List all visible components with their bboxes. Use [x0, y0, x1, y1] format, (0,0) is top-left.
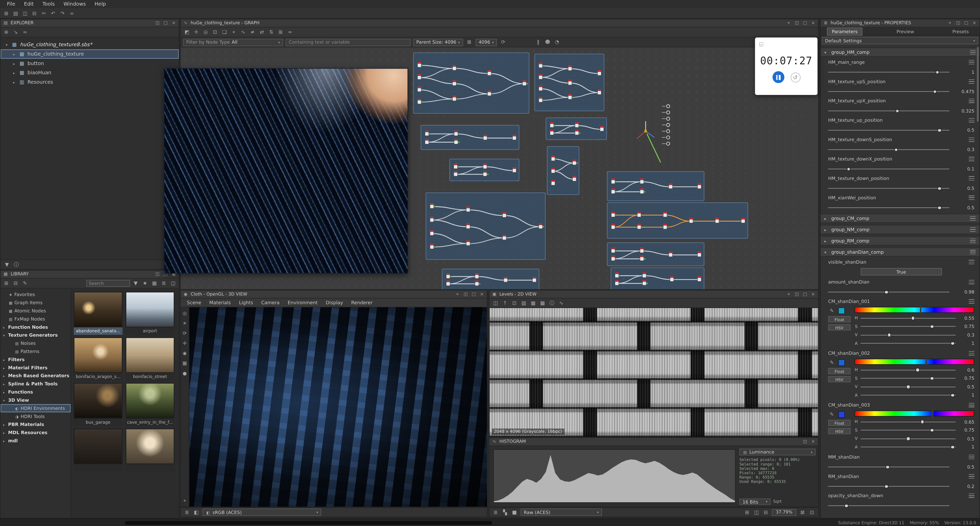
pan-icon[interactable]: ✛	[181, 340, 188, 347]
dock-icon[interactable]: ◫	[955, 20, 961, 26]
library-thumbnail[interactable]: bus_garage	[74, 383, 123, 426]
dock-icon[interactable]: ◫	[794, 291, 800, 297]
param-menu-icon[interactable]	[969, 455, 974, 459]
maximize-icon[interactable]: □	[471, 291, 477, 297]
node-cluster[interactable]	[442, 269, 539, 289]
slider-handle[interactable]	[938, 186, 942, 191]
maximize-icon[interactable]: □	[802, 291, 808, 297]
view3d-menu-display[interactable]: Display	[322, 300, 347, 305]
slider-handle[interactable]	[906, 385, 910, 389]
node-cluster[interactable]	[413, 52, 530, 114]
slider-track[interactable]	[828, 208, 950, 208]
slider-handle[interactable]	[884, 485, 888, 488]
explorer-item-huGe_clothing_texture[interactable]: ▸▦huGe_clothing_texture	[0, 49, 179, 59]
node-cluster[interactable]	[607, 202, 748, 238]
param-menu-icon[interactable]	[969, 118, 974, 122]
layers-icon[interactable]: ≣	[492, 509, 499, 516]
slider-handle[interactable]	[951, 342, 955, 346]
histogram-icon[interactable]: ∿	[557, 299, 565, 307]
slider-track[interactable]	[861, 422, 956, 422]
link-create-icon[interactable]: ∿	[239, 28, 247, 36]
pin-icon[interactable]: ⌖	[786, 291, 792, 297]
library-item-hdri-tools[interactable]: ◑HDRI Tools	[0, 412, 70, 421]
slider-track[interactable]	[861, 439, 956, 439]
library-thumbnail[interactable]	[126, 429, 174, 472]
toggle-visible_shanDian[interactable]: True	[861, 268, 942, 275]
explorer-item-button[interactable]: ▸▦button	[0, 59, 179, 68]
group-group_NM_comp[interactable]: ▸group_NM_comp	[821, 225, 980, 234]
save-icon[interactable]: ◫	[21, 10, 29, 17]
parent-size-dropdown[interactable]: Parent Size: 4096 ▾	[413, 38, 463, 46]
pin-icon[interactable]: ⌖	[454, 291, 460, 297]
library-item-functions[interactable]: ▸Functions	[0, 388, 70, 396]
export-image-icon[interactable]: ↑	[501, 299, 509, 307]
slider-handle[interactable]	[938, 128, 942, 132]
slider-handle[interactable]	[886, 465, 890, 469]
hue-bar[interactable]	[854, 410, 974, 416]
menu-tools[interactable]: Tools	[38, 1, 59, 7]
group-menu-icon[interactable]	[970, 250, 976, 254]
view3d-menu-renderer[interactable]: Renderer	[347, 300, 376, 305]
copy-image-icon[interactable]: ⊡	[511, 299, 518, 307]
pause-button[interactable]	[772, 71, 784, 83]
library-item-texture-generators[interactable]: ▾Texture Generators	[0, 331, 70, 339]
view2d-canvas[interactable]: 2048 x 4096 (Grayscale, 16bpc)	[490, 308, 818, 437]
color-swatch[interactable]	[838, 411, 845, 418]
background-toggle-icon[interactable]: ▧	[520, 299, 528, 307]
comment-icon[interactable]: ❏	[221, 28, 228, 36]
slider-handle[interactable]	[916, 368, 920, 372]
lock-icon[interactable]: ⊠	[466, 38, 473, 46]
camera-reset-icon[interactable]: ◎	[181, 310, 188, 317]
slider-handle[interactable]	[887, 333, 891, 337]
eyedropper-icon[interactable]: ✎	[828, 307, 835, 314]
param-menu-icon[interactable]	[969, 260, 974, 264]
close-icon[interactable]: ×	[810, 291, 816, 297]
new-package-icon[interactable]: ⊞	[3, 10, 10, 17]
zoom-tool-icon[interactable]: ◎	[202, 28, 209, 36]
library-item-3d-view[interactable]: ▾3D View	[0, 396, 70, 404]
view3d-menu-lights[interactable]: Lights	[235, 300, 257, 305]
slider-track[interactable]	[828, 111, 950, 111]
param-menu-icon[interactable]	[969, 195, 974, 200]
slider-track[interactable]	[828, 292, 950, 292]
group-menu-icon[interactable]	[970, 227, 976, 232]
slider-track[interactable]	[861, 326, 956, 327]
node-cluster[interactable]	[546, 118, 607, 140]
align-horizontal-icon[interactable]: ⇄	[258, 28, 266, 36]
menu-windows[interactable]: Windows	[59, 1, 90, 7]
link-icon[interactable]: ∞	[68, 10, 76, 17]
node-cluster[interactable]	[607, 242, 704, 266]
mirror-x-icon[interactable]: ◫	[752, 509, 760, 516]
info-icon[interactable]: ⓘ	[13, 261, 20, 268]
param-menu-icon[interactable]	[969, 138, 974, 142]
param-menu-icon[interactable]	[969, 351, 974, 356]
view3d-canvas[interactable]	[181, 307, 487, 507]
explorer-item-biaoHuan[interactable]: ▸▦biaoHuan	[0, 68, 179, 78]
explorer-item-Resources[interactable]: ▸▥Resources	[0, 78, 179, 87]
view2d-colorspace-dropdown[interactable]: Raw (ACES) ▾	[520, 509, 602, 516]
node-cluster[interactable]	[426, 192, 546, 260]
float-icon[interactable]: ◫	[802, 439, 808, 445]
dock-icon[interactable]: ◫	[463, 291, 469, 297]
param-menu-icon[interactable]	[969, 494, 974, 498]
view3d-menu-scene[interactable]: Scene	[183, 300, 205, 305]
slider-track[interactable]	[828, 130, 950, 130]
view3d-menu-environment[interactable]: Environment	[284, 300, 321, 305]
tab-preview[interactable]: Preview	[892, 28, 918, 35]
slider-track[interactable]	[828, 91, 950, 92]
close-icon[interactable]: ×	[810, 439, 816, 445]
node-cluster[interactable]	[421, 125, 519, 150]
slider-handle[interactable]	[938, 206, 942, 210]
slider-handle[interactable]	[844, 504, 848, 508]
group-menu-icon[interactable]	[970, 50, 976, 54]
node-cluster[interactable]	[611, 267, 704, 289]
mirror-y-icon[interactable]: ⊟	[762, 509, 770, 516]
link-resource-icon[interactable]: ∞	[21, 28, 29, 36]
save-all-icon[interactable]: ⊟	[30, 10, 38, 17]
float-button[interactable]: Float	[828, 368, 851, 374]
library-thumbnail[interactable]: cave_entry_in_the_f...	[126, 383, 174, 426]
hue-handle[interactable]	[926, 359, 927, 365]
channel-dropdown[interactable]: ▤ Luminance ▾	[739, 448, 816, 455]
list-view-icon[interactable]: ≣	[160, 280, 167, 287]
popout-icon[interactable]: ◱	[758, 41, 764, 47]
